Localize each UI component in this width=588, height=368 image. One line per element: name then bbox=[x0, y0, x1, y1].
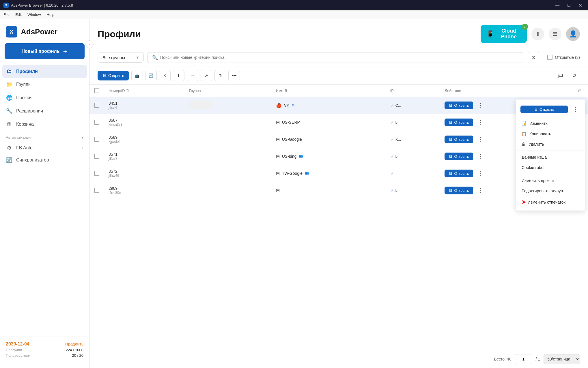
dropdown-item-cache[interactable]: Данные кэша bbox=[516, 152, 585, 162]
open-button-icon: 🖥 bbox=[102, 73, 107, 78]
dropdown-open-button[interactable]: 🖥 Открыть bbox=[520, 106, 568, 113]
open-button[interactable]: 🖥 Открыть bbox=[98, 71, 129, 80]
row-checkbox[interactable] bbox=[94, 120, 99, 125]
row-checkbox[interactable] bbox=[94, 103, 99, 108]
filter-button[interactable]: ⧖ bbox=[528, 52, 539, 63]
delete-button[interactable]: 🗑 bbox=[214, 70, 226, 81]
sidebar-item-extensions-label: Расширения bbox=[16, 108, 43, 114]
open-count-checkbox[interactable] bbox=[547, 55, 552, 60]
row-checkbox[interactable] bbox=[94, 137, 99, 142]
menu-help[interactable]: Help bbox=[47, 12, 55, 17]
dropdown-proxy-label: Изменить прокси bbox=[522, 178, 554, 183]
sidebar-logo: X bbox=[6, 26, 17, 37]
dropdown-item-proxy[interactable]: Изменить прокси bbox=[516, 175, 585, 186]
sidebar-item-extensions[interactable]: 🔧 Расширения bbox=[0, 104, 89, 118]
row-ip-cell: ⇄K... bbox=[386, 131, 440, 148]
sidebar-item-trash[interactable]: 🗑 Корзина bbox=[0, 118, 89, 131]
ip-arrow-icon: ⇄ bbox=[390, 171, 394, 176]
refresh-list-button[interactable]: ↺ bbox=[568, 70, 580, 81]
dropdown-item-account[interactable]: Редактировать аккаунт bbox=[516, 186, 585, 196]
row-id-cell: 3572 jilhw46 bbox=[104, 165, 184, 182]
search-input[interactable] bbox=[160, 55, 519, 60]
per-page-select[interactable]: 50/страница 100/страница bbox=[544, 354, 580, 364]
sidebar-item-proxy[interactable]: 🌐 Прокси bbox=[0, 91, 89, 104]
sidebar: X AdsPower Новый профиль ＋ 🗂 Профили 📁 Г… bbox=[0, 19, 89, 368]
close-profiles-button[interactable]: ✕ bbox=[159, 70, 171, 81]
minimize-button[interactable]: — bbox=[552, 1, 562, 9]
delete-icon: 🗑 bbox=[218, 73, 222, 78]
row-more-button[interactable]: ⋮ bbox=[475, 101, 485, 110]
sidebar-item-groups[interactable]: 📁 Группы bbox=[0, 78, 89, 91]
move-icon: → bbox=[191, 73, 195, 78]
dropdown-item-copy[interactable]: 📋 Копировать bbox=[516, 129, 585, 139]
sidebar-item-profiles[interactable]: 🗂 Профили bbox=[2, 65, 87, 78]
row-open-button[interactable]: 🖥 Открыть bbox=[445, 102, 473, 109]
footer-date-row: 2030-12-04 Продлить bbox=[6, 341, 83, 347]
sort-id[interactable]: Номер/ID ⇅ bbox=[109, 89, 129, 93]
group-select[interactable]: Все группы ▾ bbox=[98, 52, 144, 63]
tag-button[interactable]: 🏷 bbox=[555, 70, 566, 81]
sidebar-brand: AdsPower bbox=[21, 27, 57, 36]
row-ip-cell: ⇄I... bbox=[386, 165, 440, 182]
avatar-button[interactable]: 👤 bbox=[566, 27, 580, 41]
profile-sub-id: kmcn3s3 bbox=[109, 123, 180, 127]
row-open-button[interactable]: 🖥Открыть bbox=[445, 187, 473, 194]
dropdown-item-edit[interactable]: 📝 Изменить bbox=[516, 118, 585, 129]
edit-name-icon[interactable]: ✎ bbox=[292, 103, 295, 108]
share-button[interactable]: ↗ bbox=[201, 70, 212, 81]
renew-link[interactable]: Продлить bbox=[65, 342, 83, 346]
row-open-button[interactable]: 🖥Открыть bbox=[445, 170, 473, 177]
cloud-phone-button[interactable]: 📱 Cloud Phone ✓ bbox=[481, 25, 527, 43]
browse-button[interactable]: 📺 bbox=[131, 70, 143, 81]
row-checkbox[interactable] bbox=[94, 188, 99, 193]
row-more-button[interactable]: ⋮ bbox=[475, 135, 485, 144]
row-open-button[interactable]: 🖥Открыть bbox=[445, 119, 473, 126]
row-open-button[interactable]: 🖥Открыть bbox=[445, 136, 473, 143]
dropdown-open-label: Открыть bbox=[540, 107, 554, 112]
sidebar-footer: 2030-12-04 Продлить Профили 224 / 1000 П… bbox=[0, 337, 89, 363]
menu-window[interactable]: Window bbox=[27, 12, 41, 17]
maximize-button[interactable]: □ bbox=[565, 1, 573, 9]
groups-icon: 📁 bbox=[6, 81, 13, 88]
list-view-button[interactable]: ☰ bbox=[549, 28, 561, 40]
row-open-button[interactable]: 🖥Открыть bbox=[445, 153, 473, 160]
profiles-stat-value: 224 / 1000 bbox=[66, 348, 83, 352]
row-more-button[interactable]: ⋮ bbox=[475, 118, 485, 127]
row-checkbox[interactable] bbox=[94, 154, 99, 159]
upload-icon-button[interactable]: ⬆ bbox=[531, 28, 544, 40]
ip-value: K... bbox=[395, 137, 401, 142]
row-more-button[interactable]: ⋮ bbox=[475, 152, 485, 161]
more-actions-button[interactable]: ••• bbox=[228, 70, 240, 81]
os-icon: ⊞ bbox=[276, 188, 280, 193]
open-button-label: Открыть bbox=[108, 73, 124, 78]
sidebar-collapse-button[interactable]: ‹ bbox=[85, 40, 94, 48]
table-row: 3571 jilfus7 ⊞ US-bing 👥 bbox=[89, 148, 588, 165]
row-more-button[interactable]: ⋮ bbox=[475, 169, 485, 178]
dropdown-item-fingerprint[interactable]: ➤ Изменить отпечаток bbox=[516, 196, 585, 208]
refresh-profiles-button[interactable]: 🔄 bbox=[145, 70, 157, 81]
sort-name[interactable]: Имя ⇅ bbox=[276, 89, 288, 93]
move-button[interactable]: → bbox=[187, 70, 198, 81]
page-number-input[interactable] bbox=[515, 354, 532, 364]
row-group-cell bbox=[184, 182, 271, 199]
sidebar-item-sync[interactable]: 🔄 Синхронизатор bbox=[0, 154, 89, 166]
export-button[interactable]: ⬆ bbox=[173, 70, 184, 81]
dropdown-more-button[interactable]: ⋮ bbox=[570, 105, 580, 114]
dropdown-item-cookie[interactable]: Cookie robot bbox=[516, 162, 585, 173]
menu-edit[interactable]: Edit bbox=[15, 12, 22, 17]
profile-name: US-bing bbox=[282, 154, 297, 159]
dropdown-item-delete[interactable]: 🗑 Удалить bbox=[516, 139, 585, 149]
select-all-checkbox[interactable] bbox=[94, 88, 99, 93]
sidebar-item-fb-auto[interactable]: ⚙ FB Auto › bbox=[0, 142, 89, 154]
tag-icon: 🏷 bbox=[557, 72, 563, 79]
row-more-button[interactable]: ⋮ bbox=[475, 186, 485, 195]
ip-value: I... bbox=[395, 171, 400, 176]
open-count-filter[interactable]: Открытые (3) bbox=[545, 55, 580, 60]
window-controls: — □ ✕ bbox=[552, 1, 585, 9]
new-profile-button[interactable]: Новый профиль ＋ bbox=[5, 43, 85, 59]
close-button[interactable]: ✕ bbox=[576, 1, 585, 9]
row-checkbox[interactable] bbox=[94, 171, 99, 176]
menu-file[interactable]: File bbox=[3, 12, 10, 17]
ip-arrow-icon: ⇄ bbox=[390, 137, 394, 142]
profile-sub-id: jilhw46 bbox=[109, 174, 180, 178]
